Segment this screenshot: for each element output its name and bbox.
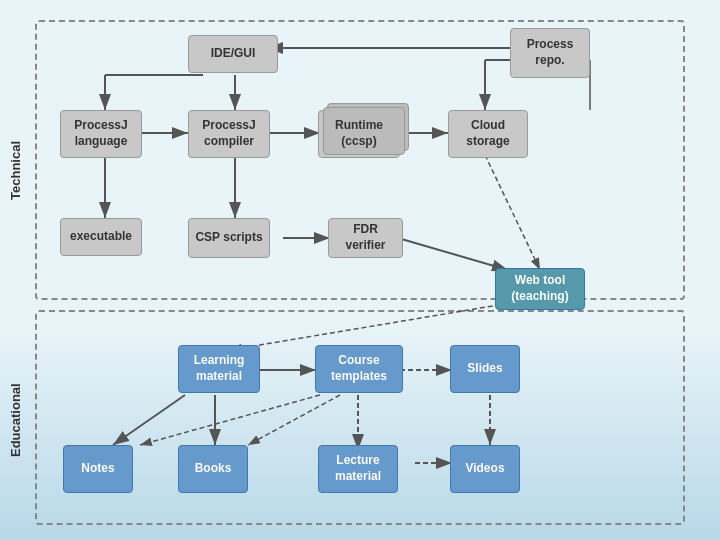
ide-gui-box: IDE/GUI xyxy=(188,35,278,73)
slides-box: Slides xyxy=(450,345,520,393)
notes-box: Notes xyxy=(63,445,133,493)
web-tool-box: Web tool (teaching) xyxy=(495,268,585,310)
csp-scripts-box: CSP scripts xyxy=(188,218,270,258)
educational-label: Educational xyxy=(8,320,24,520)
runtime-ccsp-box: Runtime (ccsp) xyxy=(318,110,400,158)
course-templates-box: Course templates xyxy=(315,345,403,393)
videos-box: Videos xyxy=(450,445,520,493)
cloud-storage-box: Cloud storage xyxy=(448,110,528,158)
processj-language-box: ProcessJ language xyxy=(60,110,142,158)
technical-label: Technical xyxy=(8,60,24,280)
process-repo-box: Process repo. xyxy=(510,28,590,78)
fdr-verifier-box: FDR verifier xyxy=(328,218,403,258)
executable-box: executable xyxy=(60,218,142,256)
processj-compiler-box: ProcessJ compiler xyxy=(188,110,270,158)
lecture-material-box: Lecture material xyxy=(318,445,398,493)
diagram-container: Technical Educational xyxy=(0,0,720,540)
learning-material-box: Learning material xyxy=(178,345,260,393)
books-box: Books xyxy=(178,445,248,493)
